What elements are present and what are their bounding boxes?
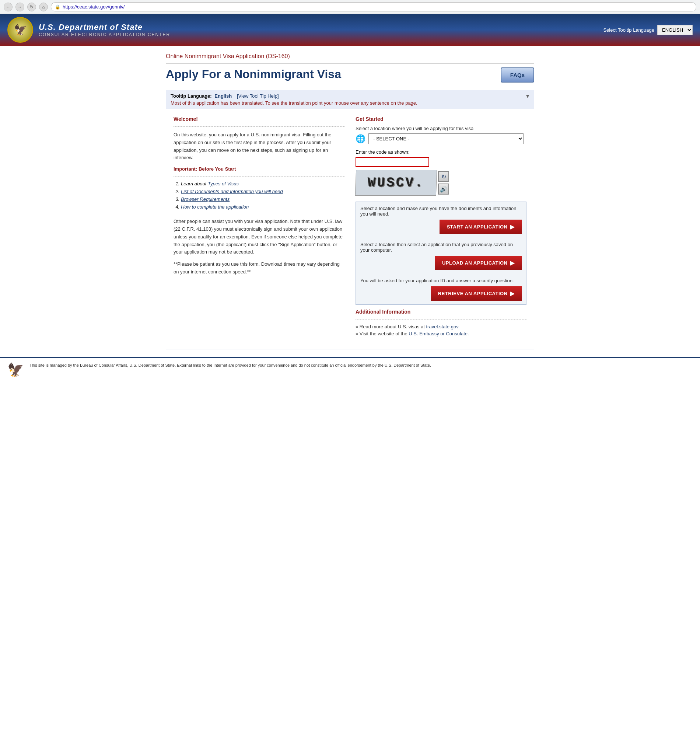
header-left: 🦅 U.S. Department of State Consular Elec… <box>7 17 170 43</box>
welcome-body1: On this website, you can apply for a U.S… <box>174 131 344 162</box>
page-title-row: Apply For a Nonimmigrant Visa FAQs <box>166 67 534 83</box>
start-application-block: Select a location and make sure you have… <box>356 201 526 238</box>
tooltip-lang-value: English <box>214 93 232 99</box>
us-embassy-link[interactable]: U.S. Embassy or Consulate. <box>408 331 469 336</box>
location-row: 🌐 - SELECT ONE - <box>356 133 526 144</box>
header-right: Select Tooltip Language ENGLISH <box>603 25 693 35</box>
documents-list-link[interactable]: List of Documents and Information you wi… <box>181 189 283 194</box>
upload-application-button[interactable]: UPLOAD AN APPLICATION ▶ <box>435 256 522 270</box>
us-seal: 🦅 <box>7 17 33 43</box>
faqs-button[interactable]: FAQs <box>501 67 534 83</box>
travel-state-gov-link[interactable]: travel.state.gov. <box>426 324 459 330</box>
main-content: Online Nonimmigrant Visa Application (DS… <box>158 46 542 357</box>
address-bar[interactable]: 🔒 https://ceac.state.gov/genniv/ <box>51 2 696 12</box>
footer-seal-icon: 🦅 <box>7 362 24 378</box>
tooltip-bar-arrow: ▼ <box>525 93 530 99</box>
welcome-body2: Other people can assist you with your vi… <box>174 218 344 256</box>
footer-text: This site is managed by the Bureau of Co… <box>29 362 431 368</box>
tooltip-lang-label: Select Tooltip Language <box>603 27 654 33</box>
tooltip-bar: Tooltip Language: English [View Tool Tip… <box>166 90 534 109</box>
captcha-image: WUSCV. <box>355 170 437 196</box>
captcha-label: Enter the code as shown: <box>356 149 526 155</box>
refresh-captcha-icon: ↻ <box>441 173 446 180</box>
tooltip-lang-line: Tooltip Language: English [View Tool Tip… <box>171 93 529 99</box>
list-item: How to complete the application <box>181 204 344 210</box>
start-application-arrow: ▶ <box>510 223 515 230</box>
audio-captcha-button[interactable]: 🔊 <box>438 184 449 194</box>
additional-info-heading: Additional Information <box>356 309 526 315</box>
how-to-complete-link[interactable]: How to complete the application <box>181 204 249 210</box>
captcha-input[interactable] <box>356 157 429 167</box>
header-title: U.S. Department of State Consular Electr… <box>39 22 170 37</box>
tooltip-lang-label: Tooltip Language: <box>171 93 212 99</box>
upload-application-text: Select a location then select an applica… <box>360 242 522 253</box>
location-label: Select a location where you will be appl… <box>356 126 526 131</box>
retrieve-application-label: RETRIEVE AN APPLICATION <box>438 291 508 296</box>
captcha-buttons: ↻ 🔊 <box>438 171 449 194</box>
view-tooltip-help-link[interactable]: [View Tool Tip Help] <box>237 93 279 99</box>
page-title: Apply For a Nonimmigrant Visa <box>166 67 341 81</box>
tooltip-language-select[interactable]: ENGLISH <box>657 25 693 35</box>
captcha-image-row: WUSCV. ↻ 🔊 <box>356 170 526 196</box>
retrieve-application-text: You will be asked for your application I… <box>360 278 522 283</box>
list-item: Learn about Types of Visas <box>181 181 344 187</box>
action-blocks: Select a location and make sure you have… <box>356 201 526 305</box>
browser-requirements-link[interactable]: Browser Requirements <box>181 196 229 202</box>
important-heading: Important: Before You Start <box>174 166 344 172</box>
additional-info-item-1: » Read more about U.S. visas at travel.s… <box>356 324 526 330</box>
retrieve-application-block: You will be asked for your application I… <box>356 274 526 305</box>
left-column: Welcome! On this website, you can apply … <box>174 116 344 342</box>
site-footer: 🦅 This site is managed by the Bureau of … <box>0 357 700 382</box>
forward-icon: → <box>18 4 22 10</box>
refresh-icon: ↻ <box>30 4 34 10</box>
before-you-start-list: Learn about Types of Visas List of Docum… <box>181 181 344 210</box>
upload-application-label: UPLOAD AN APPLICATION <box>442 260 508 266</box>
get-started-heading: Get Started <box>356 116 526 122</box>
right-column: Get Started Select a location where you … <box>356 116 526 342</box>
upload-application-block: Select a location then select an applica… <box>356 238 526 274</box>
url-text: https://ceac.state.gov/genniv/ <box>63 4 124 10</box>
page-subtitle: Online Nonimmigrant Visa Application (DS… <box>166 53 534 64</box>
center-name: Consular Electronic Application Center <box>39 32 170 37</box>
welcome-heading: Welcome! <box>174 116 344 122</box>
refresh-captcha-button[interactable]: ↻ <box>438 171 449 182</box>
list-item: List of Documents and Information you wi… <box>181 189 344 194</box>
welcome-body3: **Please be patient as you use this form… <box>174 261 344 276</box>
site-header: 🦅 U.S. Department of State Consular Elec… <box>0 14 700 46</box>
captcha-section: Enter the code as shown: WUSCV. ↻ 🔊 <box>356 149 526 196</box>
back-button[interactable]: ← <box>4 3 13 12</box>
home-button[interactable]: ⌂ <box>39 3 48 12</box>
start-application-text: Select a location and make sure you have… <box>360 206 522 217</box>
types-of-visas-link[interactable]: Types of Visas <box>208 181 239 187</box>
forward-button[interactable]: → <box>16 3 24 12</box>
browser-chrome: ← → ↻ ⌂ 🔒 https://ceac.state.gov/genniv/ <box>0 0 700 14</box>
additional-info: Additional Information » Read more about… <box>356 305 526 342</box>
list-item: Browser Requirements <box>181 196 344 202</box>
retrieve-application-arrow: ▶ <box>510 290 515 297</box>
upload-application-arrow: ▶ <box>510 260 515 266</box>
back-icon: ← <box>6 4 10 10</box>
refresh-button[interactable]: ↻ <box>27 3 36 12</box>
divider <box>174 126 344 127</box>
department-name: U.S. Department of State <box>39 22 170 32</box>
home-icon: ⌂ <box>42 4 45 10</box>
two-column-layout: Welcome! On this website, you can apply … <box>166 109 534 349</box>
divider2 <box>174 176 344 177</box>
start-application-label: START AN APPLICATION <box>447 224 508 229</box>
additional-info-item-2: » Visit the website of the U.S. Embassy … <box>356 331 526 336</box>
audio-captcha-icon: 🔊 <box>440 186 447 193</box>
translation-notice: Most of this application has been transl… <box>171 100 529 106</box>
location-select[interactable]: - SELECT ONE - <box>368 133 524 144</box>
lock-icon: 🔒 <box>55 4 60 10</box>
globe-icon: 🌐 <box>356 134 366 144</box>
additional-info-divider <box>356 319 526 320</box>
retrieve-application-button[interactable]: RETRIEVE AN APPLICATION ▶ <box>431 286 522 301</box>
start-application-button[interactable]: START AN APPLICATION ▶ <box>439 220 522 234</box>
